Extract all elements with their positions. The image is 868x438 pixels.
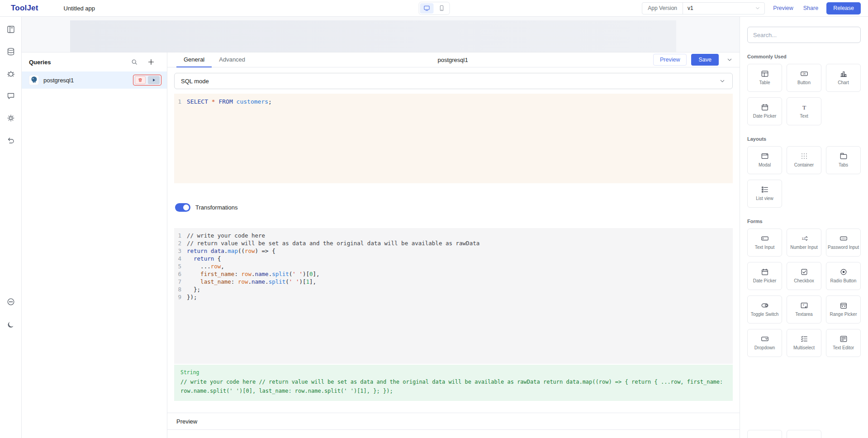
mobile-view-button[interactable] (435, 3, 448, 14)
delete-query-button[interactable] (135, 76, 146, 84)
widget-card-checkbox[interactable]: Checkbox (787, 262, 821, 290)
desktop-view-button[interactable] (420, 3, 433, 14)
widget-card-dropdown[interactable]: Dropdown (747, 329, 782, 357)
code-line[interactable]: 2// return value will be set as data and… (174, 239, 733, 247)
rangepicker-icon (840, 301, 848, 309)
run-query-button[interactable] (148, 76, 160, 84)
widget-card-text-editor[interactable]: Text Editor (826, 329, 861, 357)
code-line[interactable]: 7 last_name: row.name.split(' ')[1], (174, 278, 733, 286)
code-line[interactable]: 1// write your code here (174, 232, 733, 239)
widget-grid: Text Input12Number InputPassword InputDa… (747, 229, 861, 357)
code-line[interactable]: 6 first_name: row.name.split(' ')[0], (174, 270, 733, 278)
textinput-icon (761, 234, 769, 243)
section-title: Layouts (747, 136, 861, 142)
app-canvas[interactable] (22, 17, 740, 52)
chart-icon (840, 70, 848, 78)
widget-card-range-picker[interactable]: Range Picker (826, 295, 861, 324)
database-button[interactable] (3, 43, 19, 60)
query-editor-actions: Preview Save (653, 54, 733, 66)
widget-card-date-picker[interactable]: Date Picker (747, 262, 782, 290)
chevron-down-icon (719, 77, 726, 85)
widget-label: Modal (759, 162, 771, 168)
widget-card-date-picker[interactable]: Date Picker (747, 97, 782, 125)
numberinput-icon: 12 (800, 234, 808, 243)
pages-button[interactable] (3, 21, 19, 38)
query-name-display[interactable]: postgresql1 (437, 57, 468, 63)
left-toolbar-bottom (0, 294, 22, 340)
widget-card-button[interactable]: OKButton (787, 64, 821, 92)
undo-icon (6, 136, 15, 145)
settings-button[interactable] (3, 110, 19, 126)
preview-section-label: Preview (176, 418, 197, 425)
code-line[interactable]: 9}); (174, 293, 733, 301)
widget-label: Button (797, 80, 811, 86)
undo-button[interactable] (3, 132, 19, 148)
widget-card-list-view[interactable]: List view (747, 180, 782, 208)
preview-link[interactable]: Preview (771, 5, 795, 11)
preview-section-header[interactable]: Preview (167, 413, 740, 430)
widget-card-number-input[interactable]: 12Number Input (787, 229, 821, 257)
widget-card-radio-button[interactable]: Radio Button (826, 262, 861, 290)
components-sections: Commonly UsedTableOKButtonChartDate Pick… (747, 54, 861, 357)
query-mode-select[interactable]: SQL mode (174, 73, 733, 89)
line-number: 5 (174, 262, 187, 270)
widget-card-partial[interactable] (747, 430, 782, 438)
container-icon (800, 152, 808, 160)
widget-label: Textarea (795, 312, 812, 318)
widget-card-toggle-switch[interactable]: Toggle Switch (747, 295, 782, 324)
help-button[interactable] (3, 294, 19, 310)
chevron-down-icon (754, 5, 761, 11)
listview-icon (761, 186, 769, 194)
transformations-toggle[interactable] (175, 203, 190, 212)
line-number: 9 (174, 293, 187, 301)
mobile-icon (438, 5, 445, 12)
component-search-input[interactable] (747, 27, 861, 43)
search-icon (131, 58, 138, 66)
release-button[interactable]: Release (826, 2, 861, 14)
widget-card-modal[interactable]: Modal (747, 146, 782, 174)
code-line[interactable]: 8 }; (174, 286, 733, 293)
tooljet-logo[interactable]: ToolJet (0, 4, 49, 13)
transformations-row: Transformations (175, 203, 740, 212)
query-list-item[interactable]: postgresql1 (22, 71, 167, 89)
sql-editor[interactable]: 1SELECT * FROM customers; (174, 94, 733, 183)
widget-card-tabs[interactable]: Tabs (826, 146, 861, 174)
line-number: 3 (174, 247, 187, 255)
tab-general[interactable]: General (176, 52, 212, 67)
modal-icon (761, 152, 769, 160)
app-version-select[interactable]: App Version v1 (642, 2, 765, 14)
share-link[interactable]: Share (802, 5, 820, 11)
canvas-widget-area (70, 20, 676, 52)
multiselect-icon (800, 335, 808, 343)
code-line[interactable]: 1SELECT * FROM customers; (174, 97, 733, 106)
queries-header: Queries (22, 52, 167, 71)
code-line[interactable]: 3return data.map((row) => { (174, 247, 733, 255)
widget-card-container[interactable]: Container (787, 146, 821, 174)
widget-label: Text (800, 114, 808, 119)
tab-advanced[interactable]: Advanced (212, 52, 252, 67)
widget-card-multiselect[interactable]: Multiselect (787, 329, 821, 357)
radiobutton-icon (840, 268, 848, 276)
collapse-panel-button[interactable] (726, 56, 733, 63)
add-query-button[interactable] (147, 58, 155, 66)
search-queries-button[interactable] (131, 58, 138, 66)
debugger-button[interactable] (3, 66, 19, 82)
code-line[interactable]: 5 ...row, (174, 262, 733, 270)
app-title[interactable]: Untitled app (64, 5, 95, 12)
widget-card-text-input[interactable]: Text Input (747, 229, 782, 257)
transformation-editor[interactable]: 1// write your code here2// return value… (174, 228, 733, 364)
widget-card-password-input[interactable]: Password Input (826, 229, 861, 257)
query-preview-button[interactable]: Preview (653, 54, 687, 66)
code-line[interactable]: 4 return { (174, 255, 733, 262)
widget-card-textarea[interactable]: TTextarea (787, 295, 821, 324)
comments-button[interactable] (3, 88, 19, 104)
texteditor-icon (840, 335, 848, 343)
debugger-icon (6, 69, 15, 78)
query-save-button[interactable]: Save (691, 54, 719, 66)
widget-card-table[interactable]: Table (747, 64, 782, 92)
widget-card-partial[interactable] (787, 430, 821, 438)
widget-card-text[interactable]: TText (787, 97, 821, 125)
widget-label: Text Editor (833, 345, 854, 351)
dark-mode-button[interactable] (3, 317, 19, 333)
widget-card-chart[interactable]: Chart (826, 64, 861, 92)
